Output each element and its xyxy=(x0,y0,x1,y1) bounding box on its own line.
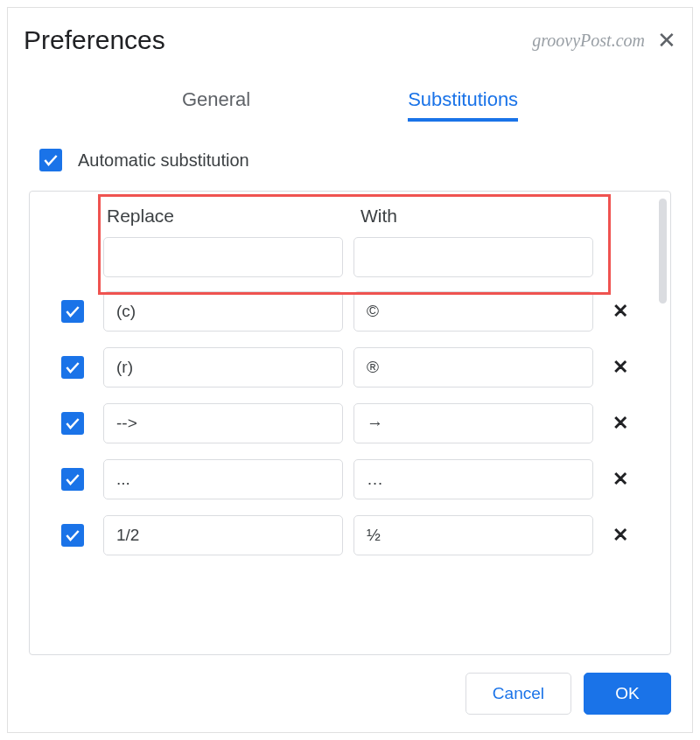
replace-input[interactable] xyxy=(103,515,343,555)
row-checkbox[interactable] xyxy=(61,468,84,491)
checkmark-icon xyxy=(64,359,81,376)
checkmark-icon xyxy=(64,415,81,432)
close-icon[interactable]: ✕ xyxy=(657,29,676,52)
table-row: ✕ xyxy=(42,347,648,387)
tab-substitutions[interactable]: Substitutions xyxy=(408,88,518,122)
replace-input[interactable] xyxy=(103,459,343,499)
table-row: ✕ xyxy=(42,291,648,332)
replace-input[interactable] xyxy=(103,403,343,443)
row-checkbox[interactable] xyxy=(61,412,84,435)
column-header-replace: Replace xyxy=(103,200,346,237)
substitutions-table: Replace With ✕ ✕ xyxy=(29,191,671,655)
delete-row-icon[interactable]: ✕ xyxy=(604,300,628,323)
auto-substitution-label: Automatic substitution xyxy=(78,150,249,171)
header-right: groovyPost.com ✕ xyxy=(532,29,676,52)
row-checkbox[interactable] xyxy=(61,300,84,323)
checkmark-icon xyxy=(64,303,81,320)
column-header-with: With xyxy=(357,200,600,237)
checkmark-icon xyxy=(42,151,60,169)
checkmark-icon xyxy=(64,471,81,488)
row-checkbox[interactable] xyxy=(61,356,84,379)
with-input[interactable] xyxy=(354,459,593,499)
preferences-dialog: Preferences groovyPost.com ✕ General Sub… xyxy=(7,7,693,733)
cancel-button[interactable]: Cancel xyxy=(466,673,571,715)
new-with-input[interactable] xyxy=(354,237,593,277)
with-input[interactable] xyxy=(354,291,593,332)
with-input[interactable] xyxy=(354,515,593,555)
delete-row-icon[interactable]: ✕ xyxy=(604,356,628,379)
delete-row-icon[interactable]: ✕ xyxy=(604,412,628,435)
auto-substitution-row: Automatic substitution xyxy=(8,143,692,191)
tab-general[interactable]: General xyxy=(182,88,250,122)
with-input[interactable] xyxy=(354,403,593,443)
auto-substitution-checkbox[interactable] xyxy=(39,149,62,171)
ok-button[interactable]: OK xyxy=(584,673,671,715)
with-input[interactable] xyxy=(354,347,593,387)
delete-row-icon[interactable]: ✕ xyxy=(604,524,628,547)
table-row: ✕ xyxy=(42,515,648,555)
checkmark-icon xyxy=(64,527,81,544)
dialog-title: Preferences xyxy=(24,25,165,55)
dialog-header: Preferences groovyPost.com ✕ xyxy=(8,8,692,64)
scrollbar-thumb[interactable] xyxy=(659,199,667,304)
new-substitution-row xyxy=(42,237,648,277)
new-replace-input[interactable] xyxy=(103,237,343,277)
watermark-text: groovyPost.com xyxy=(532,31,645,51)
table-row: ✕ xyxy=(42,459,648,499)
replace-input[interactable] xyxy=(103,291,343,332)
dialog-footer: Cancel OK xyxy=(8,655,692,732)
row-checkbox[interactable] xyxy=(61,524,84,547)
delete-row-icon[interactable]: ✕ xyxy=(604,468,628,491)
table-header-row: Replace With xyxy=(42,200,648,237)
replace-input[interactable] xyxy=(103,347,343,387)
tab-bar: General Substitutions xyxy=(8,88,692,122)
table-row: ✕ xyxy=(42,403,648,443)
